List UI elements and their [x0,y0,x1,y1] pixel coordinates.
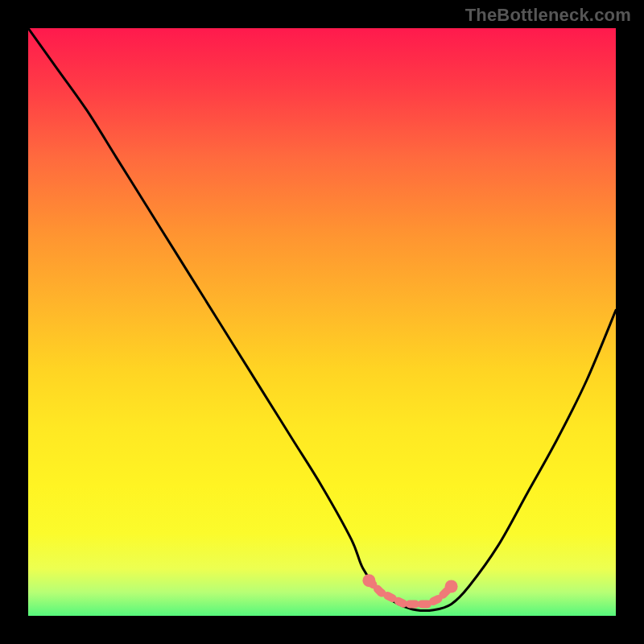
optimal-start-dot [362,574,375,587]
chart-frame: TheBottleneck.com [0,0,644,644]
curve-path [28,28,616,611]
attribution-text: TheBottleneck.com [465,5,631,26]
plot-area [28,28,616,616]
optimal-end-dot [445,580,458,593]
optimal-range-segment [369,580,451,604]
optimal-range-markers [362,574,457,604]
bottleneck-curve [28,28,616,616]
